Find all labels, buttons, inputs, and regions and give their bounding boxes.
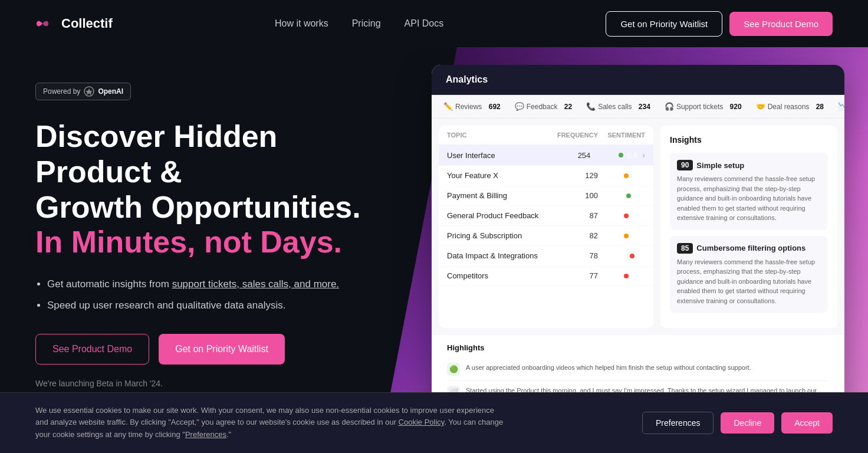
insight-score-num: 85 xyxy=(677,243,693,254)
nav-waitlist-button[interactable]: Get on Priority Waitlist xyxy=(606,11,722,37)
sentiment-dot xyxy=(630,254,634,258)
topic-freq: 87 xyxy=(557,211,598,220)
insight-score-num: 90 xyxy=(677,160,693,170)
tab-deal-label: Deal reasons xyxy=(768,103,810,111)
topic-sent: -0.3 xyxy=(598,171,645,180)
col-topic-header: Topic xyxy=(447,132,557,139)
topic-sent: 0.9 xyxy=(598,191,645,200)
powered-by-badge: Powered by OpenAI xyxy=(35,83,131,100)
col-sent-header: Sentiment xyxy=(598,132,645,139)
topic-freq: 82 xyxy=(557,231,598,240)
topic-name: General Product Feedback xyxy=(447,211,557,220)
deal-icon: 🤝 xyxy=(756,102,765,111)
tab-reviews-count: 692 xyxy=(489,103,501,111)
tab-deal-reasons[interactable]: 🤝 Deal reasons 28 xyxy=(756,102,824,111)
col-freq-header: Frequency xyxy=(557,132,598,139)
table-row[interactable]: Data Impact & Integrations 78 -1 xyxy=(439,246,653,266)
topic-name: Competitors xyxy=(447,271,557,280)
tab-feedback-label: Feedback xyxy=(527,103,558,111)
sales-calls-icon: 📞 xyxy=(586,102,596,111)
hero-bullets: Get automatic insights from support tick… xyxy=(35,277,366,313)
hero-bullet-1: Get automatic insights from support tick… xyxy=(47,277,366,292)
insight-score: 85 Cumbersome filtering options xyxy=(677,243,821,254)
tab-churn-reasons[interactable]: 📉 Churn reasons 12 xyxy=(838,102,844,111)
accept-button[interactable]: Accept xyxy=(781,412,833,434)
table-row[interactable]: User Interface 254 0.6 › xyxy=(439,145,653,166)
tab-feedback[interactable]: 💬 Feedback 22 xyxy=(515,102,572,111)
hero-demo-button[interactable]: See Product Demo xyxy=(35,334,149,365)
table-row[interactable]: Pricing & Subscription 82 -0.3 xyxy=(439,226,653,246)
analytics-card-container: Analytics ✏️ Reviews 692 💬 Feedback 22 📞… xyxy=(432,65,844,424)
navbar: Collectif How it works Pricing API Docs … xyxy=(0,0,868,47)
tab-support-tickets[interactable]: 🎧 Support tickets 920 xyxy=(665,102,742,111)
highlights-title: Highlights xyxy=(447,343,829,352)
tab-support-count: 920 xyxy=(730,103,742,111)
reviews-icon: ✏️ xyxy=(443,102,453,111)
nav-api-docs[interactable]: API Docs xyxy=(405,18,444,29)
tab-sales-count: 234 xyxy=(639,103,650,111)
topic-sent: -0.3 xyxy=(598,231,645,240)
topic-name: Payment & Billing xyxy=(447,191,557,200)
insight-text: Many reviewers commend the hassle-free s… xyxy=(677,174,821,223)
preferences-link[interactable]: Preferences xyxy=(185,430,226,439)
hero-title: Discover Hidden Product & Growth Opportu… xyxy=(35,119,366,260)
insight-label: Simple setup xyxy=(696,161,744,170)
topic-sent: -0.7 xyxy=(598,211,645,220)
topic-sent: -1 xyxy=(598,251,645,260)
topic-freq: 78 xyxy=(557,251,598,260)
insights-panel: Insights 90 Simple setup Many reviewers … xyxy=(660,126,837,328)
nav-how-it-works[interactable]: How it works xyxy=(275,18,328,29)
support-icon: 🎧 xyxy=(665,102,674,111)
logo-icon xyxy=(35,17,57,31)
decline-button[interactable]: Decline xyxy=(721,412,774,434)
hero-cta: See Product Demo Get on Priority Waitlis… xyxy=(35,334,366,365)
insights-title: Insights xyxy=(670,135,828,145)
analytics-body: Topic Frequency Sentiment User Interface… xyxy=(432,119,844,335)
table-row[interactable]: General Product Feedback 87 -0.7 xyxy=(439,206,653,226)
sentiment-dot xyxy=(624,234,629,238)
table-row[interactable]: Payment & Billing 100 0.9 xyxy=(439,186,653,206)
sentiment-dot xyxy=(624,173,629,178)
topic-sent: 0.6 xyxy=(590,151,637,160)
highlight-text: A user appreciated onboarding videos whi… xyxy=(466,363,751,373)
hero-bullet-2: Speed up user research and qualitative d… xyxy=(47,298,366,313)
tab-reviews[interactable]: ✏️ Reviews 692 xyxy=(443,102,501,111)
insight-item: 85 Cumbersome filtering options Many rev… xyxy=(670,236,828,313)
churn-icon: 📉 xyxy=(838,102,844,111)
topic-freq: 100 xyxy=(557,191,598,200)
tab-sales-label: Sales calls xyxy=(598,103,632,111)
insight-label: Cumbersome filtering options xyxy=(696,244,805,252)
nav-pricing[interactable]: Pricing xyxy=(352,18,381,29)
cookie-banner: We use essential cookies to make our sit… xyxy=(0,392,868,453)
topics-table-header: Topic Frequency Sentiment xyxy=(439,126,653,145)
logo-text: Collectif xyxy=(61,16,113,31)
table-row[interactable]: Competitors 77 -0.6 xyxy=(439,266,653,286)
nav-demo-button[interactable]: See Product Demo xyxy=(729,12,833,36)
row-arrow-icon: › xyxy=(642,150,645,160)
topic-freq: 129 xyxy=(557,171,598,180)
table-row[interactable]: Your Feature X 129 -0.3 xyxy=(439,166,653,186)
cookie-policy-link[interactable]: Cookie Policy xyxy=(399,418,445,426)
topic-freq: 254 xyxy=(549,151,590,160)
topics-table: Topic Frequency Sentiment User Interface… xyxy=(439,126,653,328)
logo[interactable]: Collectif xyxy=(35,16,113,31)
hero-bullet-link[interactable]: support tickets, sales calls, and more. xyxy=(172,278,339,290)
insight-score: 90 Simple setup xyxy=(677,160,821,170)
cookie-text: We use essential cookies to make our sit… xyxy=(35,405,507,441)
hero-waitlist-button[interactable]: Get on Priority Waitlist xyxy=(159,334,285,365)
preferences-button[interactable]: Preferences xyxy=(642,412,714,434)
nav-links: How it works Pricing API Docs xyxy=(275,18,443,29)
tab-support-label: Support tickets xyxy=(676,103,723,111)
tab-sales-calls[interactable]: 📞 Sales calls 234 xyxy=(586,102,650,111)
sentiment-dot xyxy=(624,274,629,278)
tab-reviews-label: Reviews xyxy=(455,103,482,111)
hero-launch-text: We're launching Beta in March '24. xyxy=(35,379,366,388)
topic-freq: 77 xyxy=(557,271,598,280)
sentiment-dot xyxy=(619,153,623,157)
cookie-actions: Preferences Decline Accept xyxy=(642,412,833,434)
list-item: 🟢 A user appreciated onboarding videos w… xyxy=(447,358,829,381)
hero-left-content: Powered by OpenAI Discover Hidden Produc… xyxy=(35,71,366,388)
highlight-icon-green: 🟢 xyxy=(447,363,460,376)
hero-section: Powered by OpenAI Discover Hidden Produc… xyxy=(0,47,868,424)
tab-deal-count: 28 xyxy=(816,103,824,111)
